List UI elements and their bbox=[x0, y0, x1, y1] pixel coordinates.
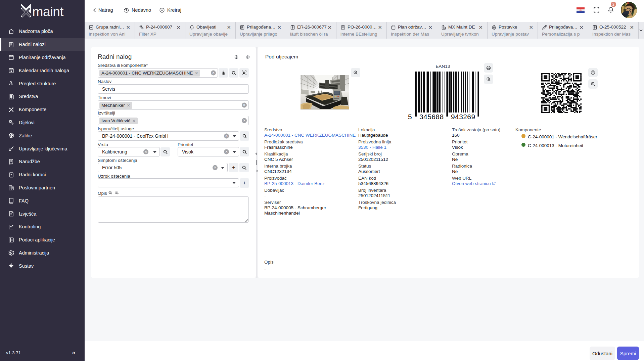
svg-text:maint: maint bbox=[32, 4, 64, 18]
